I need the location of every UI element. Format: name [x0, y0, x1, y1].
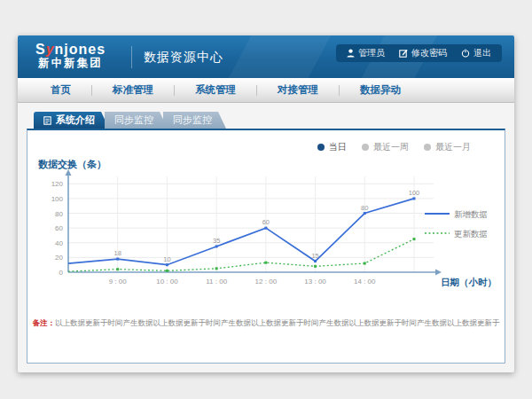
nav-item-data-change[interactable]: 数据异动 [340, 83, 421, 97]
svg-text:10: 10 [163, 255, 170, 263]
nav-item-standard-mgmt[interactable]: 标准管理 [92, 83, 174, 97]
radio-today[interactable]: 当日 [317, 141, 347, 153]
user-name: 管理员 [358, 47, 385, 59]
svg-text:35: 35 [213, 237, 220, 245]
tab-sync-monitor-1[interactable]: 同步监控 [105, 112, 168, 129]
tab-system-intro[interactable]: 系统介绍 [34, 112, 109, 129]
radio-last-month[interactable]: 最近一月 [424, 141, 471, 153]
tab-bar: 系统介绍 同步监控 同步监控 [34, 112, 226, 129]
radio-unselected-icon [424, 144, 431, 151]
change-password-button[interactable]: 修改密码 [399, 47, 447, 59]
radio-last-week[interactable]: 最近一周 [362, 141, 409, 153]
nav-item-interface-mgmt[interactable]: 对接管理 [257, 83, 339, 97]
svg-text:100: 100 [51, 195, 64, 203]
svg-text:100: 100 [409, 189, 420, 197]
current-user-button[interactable]: 管理员 [347, 47, 385, 59]
document-icon [43, 116, 51, 125]
data-exchange-line-chart: 数据交换（条）日期（小时）0204060801001209 : 0010 : 0… [35, 157, 513, 306]
svg-text:数据交换（条）: 数据交换（条） [37, 159, 106, 170]
line-chart-svg: 数据交换（条）日期（小时）0204060801001209 : 0010 : 0… [35, 157, 513, 306]
radio-label: 最近一月 [435, 141, 471, 153]
svg-text:120: 120 [51, 180, 64, 188]
logo-chinese: 新中新集团 [35, 57, 106, 70]
page-title: 数据资源中心 [144, 50, 223, 66]
logout-button[interactable]: 退出 [461, 47, 491, 59]
power-icon [461, 49, 470, 58]
tab-sync-monitor-2[interactable]: 同步监控 [163, 112, 226, 129]
user-icon [347, 49, 355, 58]
footer-note: 备注：以上数据更新于时间产生数据以上数据更新于时间产生数据以上数据更新于时间产生… [27, 318, 505, 329]
user-bar: 管理员 修改密码 退出 [336, 44, 502, 62]
radio-label: 最近一周 [373, 141, 409, 153]
svg-text:10 : 00: 10 : 00 [156, 278, 178, 286]
note-label: 备注： [33, 318, 56, 327]
edit-icon [399, 49, 408, 58]
svg-text:80: 80 [55, 210, 63, 218]
svg-text:60: 60 [55, 224, 63, 232]
svg-text:9 : 00: 9 : 00 [109, 278, 128, 286]
logo-english: Synjones [35, 42, 106, 57]
header-divider [131, 46, 132, 68]
svg-text:15: 15 [311, 252, 318, 260]
header-decor-streak [223, 35, 335, 78]
svg-text:60: 60 [262, 218, 270, 226]
svg-text:12 : 00: 12 : 00 [255, 278, 278, 286]
svg-text:40: 40 [55, 239, 63, 247]
tab-label: 系统介绍 [56, 113, 95, 127]
svg-text:0: 0 [59, 269, 64, 277]
company-logo: Synjones 新中新集团 [35, 42, 106, 70]
radio-selected-icon [317, 144, 325, 151]
radio-unselected-icon [362, 144, 369, 151]
svg-text:新增数据: 新增数据 [454, 209, 488, 219]
app-window: Synjones 新中新集团 数据资源中心 管理员 修改密码 退出 首页 标准管… [18, 35, 514, 372]
svg-text:日期（小时）: 日期（小时） [441, 277, 497, 288]
tab-label: 同步监控 [173, 113, 212, 127]
svg-text:更新数据: 更新数据 [454, 229, 488, 239]
logo-red-y: y [46, 42, 55, 57]
logout-label: 退出 [473, 47, 491, 59]
tab-label: 同步监控 [114, 113, 153, 127]
radio-label: 当日 [329, 141, 347, 153]
svg-text:80: 80 [361, 204, 368, 212]
app-header: Synjones 新中新集团 数据资源中心 管理员 修改密码 退出 [18, 35, 514, 78]
svg-text:20: 20 [55, 254, 63, 262]
svg-text:13 : 00: 13 : 00 [304, 278, 326, 286]
note-text: 以上数据更新于时间产生数据以上数据更新于时间产生数据以上数据更新于时间产生数据以… [55, 318, 500, 327]
time-range-selector: 当日 最近一周 最近一月 [27, 141, 471, 153]
change-password-label: 修改密码 [411, 47, 447, 59]
nav-item-system-mgmt[interactable]: 系统管理 [175, 83, 256, 97]
nav-item-home[interactable]: 首页 [30, 83, 91, 97]
svg-text:18: 18 [114, 249, 121, 257]
svg-text:14 : 00: 14 : 00 [354, 278, 376, 286]
content-panel: 当日 最近一周 最近一月 数据交换（条）日期（小时）02040608010012… [27, 129, 505, 364]
main-nav: 首页 标准管理 系统管理 对接管理 数据异动 [18, 78, 514, 103]
svg-text:11 : 00: 11 : 00 [206, 278, 227, 286]
